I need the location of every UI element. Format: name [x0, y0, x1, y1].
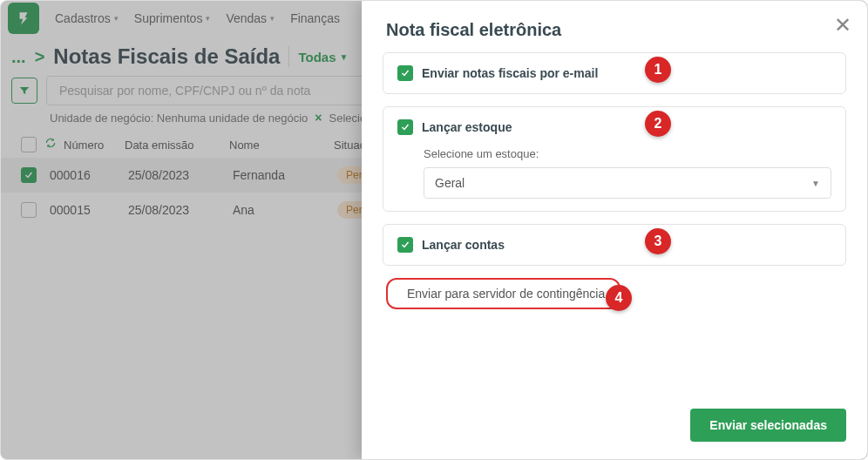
- checkbox-email[interactable]: [397, 65, 413, 81]
- callout-3: 3: [645, 228, 671, 254]
- chevron-down-icon: ▼: [811, 179, 820, 188]
- card-email: Enviar notas fiscais por e-mail 1: [383, 52, 846, 94]
- close-icon[interactable]: ✕: [834, 13, 851, 37]
- label-contas: Lançar contas: [422, 238, 505, 252]
- modal-title: Nota fiscal eletrônica: [362, 1, 867, 52]
- check-icon: [400, 68, 410, 78]
- modal-footer: Enviar selecionadas: [362, 395, 867, 459]
- callout-2: 2: [645, 111, 671, 137]
- label-email: Enviar notas fiscais por e-mail: [422, 66, 598, 80]
- modal: ✕ Nota fiscal eletrônica Enviar notas fi…: [362, 1, 867, 459]
- check-icon: [400, 240, 410, 250]
- callout-4: 4: [606, 285, 632, 311]
- stock-select-label: Selecione um estoque:: [424, 147, 831, 160]
- card-contas: Lançar contas 3: [383, 224, 846, 266]
- stock-select-value: Geral: [435, 176, 465, 190]
- checkbox-contas[interactable]: [397, 237, 413, 253]
- callout-1: 1: [645, 57, 671, 83]
- stock-select[interactable]: Geral ▼: [424, 167, 831, 199]
- label-estoque: Lançar estoque: [422, 120, 512, 134]
- modal-body: Enviar notas fiscais por e-mail 1 Lançar…: [362, 52, 867, 395]
- highlight-contingencia: Enviar para servidor de contingência: [386, 278, 620, 309]
- label-contingencia: Enviar para servidor de contingência: [407, 287, 605, 301]
- check-icon: [400, 122, 410, 132]
- checkbox-estoque[interactable]: [397, 119, 413, 135]
- card-estoque: Lançar estoque 2 Selecione um estoque: G…: [383, 106, 846, 212]
- modal-overlay: ✕ Nota fiscal eletrônica Enviar notas fi…: [1, 1, 867, 459]
- submit-button[interactable]: Enviar selecionadas: [690, 409, 846, 442]
